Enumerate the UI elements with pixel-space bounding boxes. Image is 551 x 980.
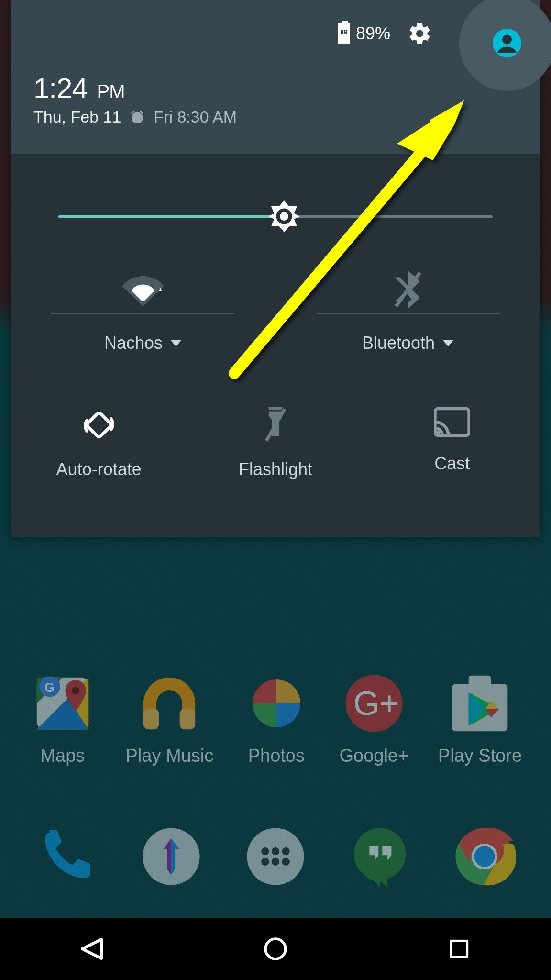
- clock-time: 1:24 PM: [33, 72, 237, 105]
- wifi-tile[interactable]: Nachos: [11, 268, 276, 353]
- nav-recents-button[interactable]: [430, 930, 488, 968]
- dock-hangouts[interactable]: [346, 823, 413, 890]
- settings-button[interactable]: [408, 21, 432, 46]
- time-value: 1:24: [33, 72, 88, 104]
- bluetooth-tile[interactable]: Bluetooth: [276, 268, 540, 353]
- svg-point-11: [435, 431, 440, 435]
- flashlight-label: Flashlight: [239, 459, 312, 479]
- app-maps[interactable]: G Maps: [29, 670, 96, 766]
- app-play-store[interactable]: Play Store: [438, 670, 522, 766]
- app-google-plus[interactable]: G+ Google+: [339, 670, 408, 766]
- svg-rect-27: [469, 676, 491, 687]
- svg-point-46: [474, 846, 495, 867]
- svg-rect-7: [86, 412, 112, 438]
- brightness-thumb[interactable]: [267, 199, 301, 235]
- user-switcher-button[interactable]: [459, 0, 551, 91]
- battery-icon-number: 89: [339, 28, 349, 36]
- alarm-value: Fri 8:30 AM: [154, 108, 237, 126]
- play-store-icon: [446, 670, 513, 737]
- alarm-icon: [130, 110, 145, 125]
- svg-point-40: [261, 858, 269, 866]
- divider: [317, 313, 499, 314]
- svg-point-42: [282, 858, 290, 866]
- app-drawer-icon: [244, 825, 307, 888]
- recents-icon: [447, 937, 471, 961]
- hangouts-icon: [349, 825, 411, 888]
- cast-tile[interactable]: Cast: [364, 407, 540, 479]
- panel-header: 89 89%: [11, 0, 540, 154]
- qs-row-1: Nachos Bluetooth: [11, 268, 540, 353]
- svg-point-47: [265, 939, 286, 959]
- app-label: Play Store: [438, 746, 522, 766]
- photos-icon: [248, 675, 305, 732]
- quick-settings-panel: 89 89%: [11, 0, 540, 537]
- svg-rect-8: [269, 407, 283, 410]
- battery-icon: 89: [338, 23, 350, 44]
- gear-icon: [408, 21, 432, 46]
- svg-point-43: [354, 828, 406, 880]
- home-app-row: G Maps Play Music: [0, 670, 551, 766]
- cast-icon: [434, 407, 470, 437]
- chevron-down-icon: [170, 340, 182, 346]
- home-icon: [262, 935, 289, 962]
- svg-point-21: [72, 687, 79, 694]
- phone-icon: [38, 828, 95, 885]
- chrome-icon: [453, 825, 516, 888]
- divider: [52, 313, 234, 314]
- app-photos[interactable]: Photos: [243, 670, 310, 766]
- wifi-label-row[interactable]: Nachos: [104, 333, 182, 353]
- svg-rect-23: [180, 709, 196, 729]
- bluetooth-label: Bluetooth: [362, 333, 435, 353]
- battery-indicator: 89 89%: [338, 23, 390, 44]
- user-icon: [493, 29, 521, 57]
- dock-downloads[interactable]: [138, 823, 205, 890]
- svg-text:G+: G+: [353, 684, 399, 722]
- nav-back-button[interactable]: [63, 930, 121, 968]
- dock-chrome[interactable]: [451, 823, 518, 890]
- battery-percent: 89%: [356, 23, 390, 44]
- wifi-icon: [121, 268, 165, 311]
- flashlight-tile[interactable]: Flashlight: [187, 407, 364, 479]
- dock-phone[interactable]: [33, 823, 100, 890]
- app-label: Maps: [40, 746, 85, 766]
- bluetooth-label-row[interactable]: Bluetooth: [362, 333, 454, 353]
- app-play-music[interactable]: Play Music: [125, 670, 213, 766]
- app-label: Photos: [248, 746, 305, 766]
- cast-label: Cast: [434, 454, 470, 474]
- dock-apps[interactable]: [242, 823, 309, 890]
- svg-point-41: [272, 858, 279, 866]
- qs-row-2: Auto-rotate Flashlight Cast: [11, 407, 540, 479]
- brightness-slider[interactable]: [58, 204, 493, 237]
- clock-subline: Thu, Feb 11 Fri 8:30 AM: [33, 108, 237, 126]
- svg-point-4: [280, 212, 288, 221]
- time-ampm: PM: [97, 81, 124, 102]
- svg-point-38: [272, 847, 279, 855]
- play-music-icon: [138, 672, 200, 735]
- auto-rotate-icon: [81, 407, 117, 443]
- chevron-down-icon: [442, 340, 454, 346]
- maps-icon: G: [32, 672, 94, 735]
- navigation-bar: [0, 918, 551, 980]
- svg-rect-48: [451, 941, 467, 957]
- nav-home-button[interactable]: [247, 930, 304, 968]
- svg-point-36: [247, 828, 304, 885]
- app-label: Play Music: [125, 746, 213, 766]
- wifi-label: Nachos: [104, 333, 163, 353]
- auto-rotate-tile[interactable]: Auto-rotate: [11, 407, 187, 479]
- svg-text:G: G: [44, 680, 55, 695]
- dock: [0, 823, 551, 890]
- svg-point-39: [282, 847, 290, 855]
- brightness-fill: [58, 215, 284, 218]
- date-value: Thu, Feb 11: [33, 108, 121, 126]
- back-icon: [77, 935, 106, 963]
- svg-rect-22: [143, 709, 159, 729]
- bluetooth-icon: [394, 268, 422, 311]
- clock-block[interactable]: 1:24 PM Thu, Feb 11 Fri 8:30 AM: [33, 72, 237, 126]
- flashlight-icon: [261, 407, 290, 443]
- device-screen: 89 89%: [0, 0, 551, 980]
- app-label: Google+: [339, 746, 408, 766]
- svg-point-1: [502, 35, 512, 45]
- svg-point-37: [261, 847, 269, 855]
- auto-rotate-label: Auto-rotate: [56, 459, 142, 479]
- download-icon: [140, 825, 202, 888]
